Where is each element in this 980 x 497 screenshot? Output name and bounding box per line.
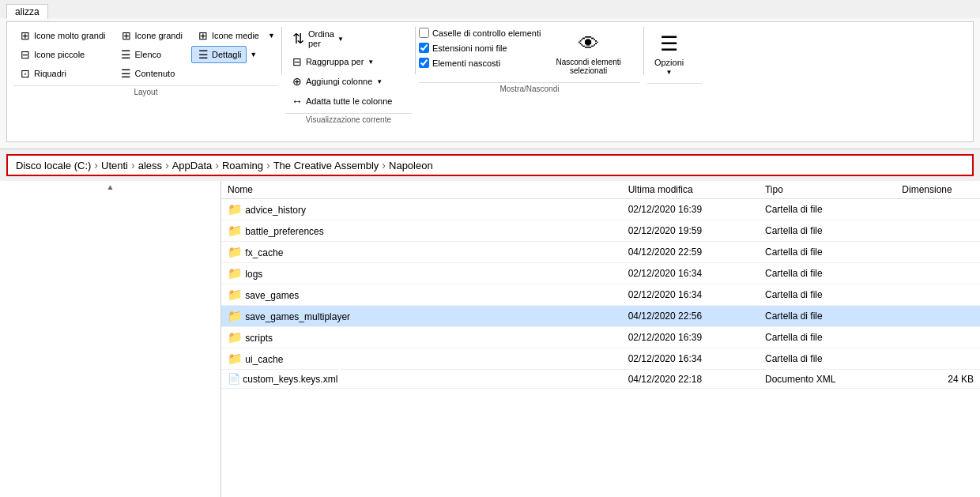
table-row[interactable]: 📁 advice_history 02/12/2020 16:39 Cartel… xyxy=(221,199,980,220)
mostra-group-label: Mostra/Nascondi xyxy=(419,82,640,93)
address-sep: › xyxy=(94,159,98,171)
file-name: 📁 save_games xyxy=(221,284,622,306)
file-size xyxy=(895,199,980,220)
file-type: Cartella di file xyxy=(759,199,895,220)
dropdown-arrow-icon4: ▼ xyxy=(368,58,374,66)
address-sep: › xyxy=(131,159,135,171)
address-sep: › xyxy=(215,159,219,171)
address-part: Napoleon xyxy=(389,160,433,171)
file-type: Cartella di file xyxy=(759,284,895,306)
folder-icon: 📁 xyxy=(228,224,243,237)
dettagli-button[interactable]: ☰ Dettagli xyxy=(191,46,247,63)
address-part: aless xyxy=(138,160,162,171)
file-name: 📁 fx_cache xyxy=(221,242,622,263)
hide-icon: 👁 xyxy=(576,31,601,56)
file-type: Cartella di file xyxy=(759,348,895,370)
riquadri-button[interactable]: ⊡ Riquadri xyxy=(13,65,111,82)
file-size xyxy=(895,263,980,284)
layout-group-label: Layout xyxy=(13,85,278,96)
nascondi-elementi-button[interactable]: 👁 Nascondi elementi selezionati xyxy=(548,27,628,79)
main-file-area: Nome Ultima modifica Tipo Dimensione 📁 a… xyxy=(221,181,980,497)
file-name: 📁 advice_history xyxy=(221,199,622,220)
elenco-button[interactable]: ☰ Elenco xyxy=(115,46,189,63)
grid-icon: ⊞ xyxy=(120,29,133,42)
caselle-checkbox[interactable] xyxy=(419,28,429,38)
file-size xyxy=(895,327,980,348)
grid-large-icon: ⊞ xyxy=(19,29,32,42)
file-type: Cartella di file xyxy=(759,242,895,263)
table-row[interactable]: 📁 scripts 02/12/2020 16:39 Cartella di f… xyxy=(221,327,980,348)
file-date: 02/12/2020 16:34 xyxy=(622,348,759,370)
file-size xyxy=(895,284,980,306)
address-part: AppData xyxy=(172,160,213,171)
file-name: 📁 battle_preferences xyxy=(221,220,622,242)
icone-piccole-button[interactable]: ⊟ Icone piccole xyxy=(13,46,111,63)
address-part: Disco locale (C:) xyxy=(16,160,91,171)
nascosti-checkbox-row: Elementi nascosti xyxy=(419,58,541,68)
address-sep: › xyxy=(266,159,270,171)
file-size xyxy=(895,306,980,327)
address-bar[interactable]: Disco locale (C:) › Utenti › aless › App… xyxy=(6,154,974,176)
grid-small-icon: ⊟ xyxy=(19,48,32,61)
dropdown-arrow-icon6: ▼ xyxy=(666,69,673,76)
aggiungi-colonne-button[interactable]: ⊕ Aggiungi colonne ▼ xyxy=(285,73,388,90)
scroll-up-arrow[interactable]: ▲ xyxy=(0,181,220,193)
file-size: 24 KB xyxy=(895,370,980,389)
table-row[interactable]: 📄 custom_keys.keys.xml 04/12/2020 22:18 … xyxy=(221,370,980,389)
file-size xyxy=(895,220,980,242)
file-date: 02/12/2020 16:39 xyxy=(622,327,759,348)
nascosti-checkbox[interactable] xyxy=(419,58,429,68)
folder-icon: 📁 xyxy=(228,352,243,365)
table-row[interactable]: 📁 ui_cache 02/12/2020 16:34 Cartella di … xyxy=(221,348,980,370)
adatta-colonne-button[interactable]: ↔ Adatta tutte le colonne xyxy=(285,92,398,110)
col-header-size[interactable]: Dimensione xyxy=(895,181,980,199)
ordina-per-button[interactable]: ⇅ Ordinaper ▼ xyxy=(285,27,349,51)
file-type: Documento XML xyxy=(759,370,895,389)
icone-medie-button[interactable]: ⊞ Icone medie xyxy=(191,27,265,44)
col-header-name[interactable]: Nome xyxy=(221,181,622,199)
folder-icon: 📁 xyxy=(228,266,243,280)
file-date: 04/12/2020 22:56 xyxy=(622,306,759,327)
folder-icon: 📁 xyxy=(228,330,243,344)
file-type: Cartella di file xyxy=(759,306,895,327)
file-name: 📁 scripts xyxy=(221,327,622,348)
table-row[interactable]: 📁 logs 02/12/2020 16:34 Cartella di file xyxy=(221,263,980,284)
address-sep: › xyxy=(382,159,386,171)
icone-molto-grandi-button[interactable]: ⊞ Icone molto grandi xyxy=(13,27,111,44)
dettagli-dropdown[interactable]: ▼ xyxy=(247,48,260,61)
file-name: 📄 custom_keys.keys.xml xyxy=(221,370,622,389)
dropdown-arrow-icon: ▼ xyxy=(268,32,275,40)
file-size xyxy=(895,348,980,370)
ribbon-tab[interactable]: alizza xyxy=(6,4,48,19)
medium-grid-icon: ⊞ xyxy=(197,29,209,42)
icone-medie-dropdown[interactable]: ▼ xyxy=(265,29,278,42)
opzioni-button[interactable]: ☰ Opzioni ▼ xyxy=(647,27,691,80)
table-row[interactable]: 📁 battle_preferences 02/12/2020 19:59 Ca… xyxy=(221,220,980,242)
file-date: 04/12/2020 22:18 xyxy=(622,370,759,389)
table-row[interactable]: 📁 save_games 02/12/2020 16:34 Cartella d… xyxy=(221,284,980,306)
table-row[interactable]: 📁 fx_cache 04/12/2020 22:59 Cartella di … xyxy=(221,242,980,263)
list-icon: ☰ xyxy=(120,48,133,61)
dropdown-arrow-icon3: ▼ xyxy=(337,36,344,43)
file-date: 02/12/2020 16:39 xyxy=(622,199,759,220)
file-date: 02/12/2020 19:59 xyxy=(622,220,759,242)
col-header-type[interactable]: Tipo xyxy=(759,181,895,199)
file-date: 02/12/2020 16:34 xyxy=(622,284,759,306)
folder-icon: 📁 xyxy=(228,245,243,258)
table-row[interactable]: 📁 save_games_multiplayer 04/12/2020 22:5… xyxy=(221,306,980,327)
content-icon: ☰ xyxy=(120,67,133,80)
address-part: Roaming xyxy=(222,160,263,171)
raggruppa-per-button[interactable]: ⊟ Raggruppa per ▼ xyxy=(285,53,379,70)
contenuto-button[interactable]: ☰ Contenuto xyxy=(115,65,189,82)
folder-icon: 📁 xyxy=(228,202,243,216)
sort-icon: ⇅ xyxy=(291,31,307,47)
icone-grandi-button[interactable]: ⊞ Icone grandi xyxy=(115,27,189,44)
add-col-icon: ⊕ xyxy=(291,75,303,88)
folder-icon: 📁 xyxy=(228,309,243,322)
folder-icon: 📁 xyxy=(228,288,243,301)
group-icon: ⊟ xyxy=(291,55,303,68)
file-type: Cartella di file xyxy=(759,327,895,348)
estensioni-checkbox[interactable] xyxy=(419,43,429,53)
col-header-date[interactable]: Ultima modifica xyxy=(622,181,759,199)
file-name: 📁 ui_cache xyxy=(221,348,622,370)
